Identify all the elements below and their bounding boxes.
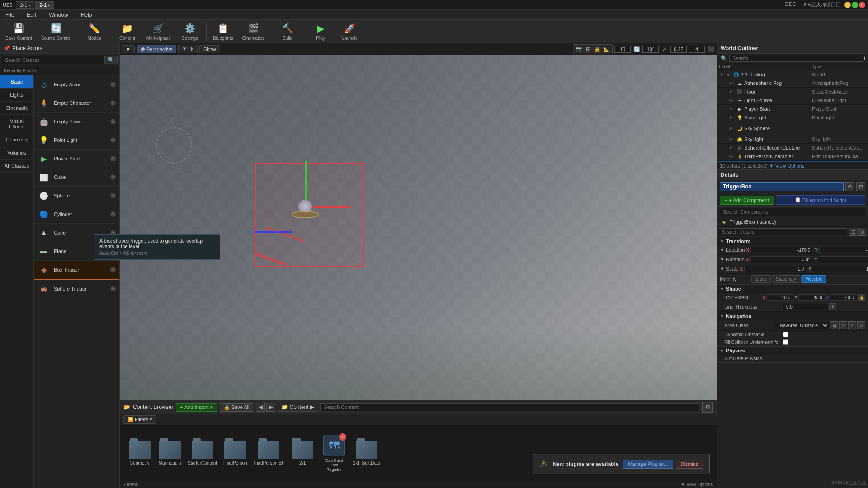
show-btn[interactable]: Show (199, 45, 220, 53)
component-search-input[interactable] (720, 208, 865, 216)
wo-visibility-reflect[interactable]: 👁 (728, 145, 734, 151)
view-options-button[interactable]: ▼ View Options (769, 163, 805, 169)
mobility-static-btn[interactable]: Static (751, 275, 771, 283)
wo-item-atmo-fog[interactable]: 👁 ☁ Atmospheric Fog AtmosphericFog (717, 79, 868, 88)
cinematics-button[interactable]: 🎬 Cinematics (239, 20, 268, 42)
lit-btn[interactable]: ☀ Lit (178, 45, 198, 53)
wo-item-sky-light[interactable]: 👁 🌟 SkyLight SkyLight (717, 135, 868, 144)
mobility-movable-btn[interactable]: Movable (801, 275, 826, 283)
blueprint-add-script-button[interactable]: 📋 Blueprint/Add Script (776, 195, 865, 205)
scale-snap-icon[interactable]: ⤢ (660, 45, 669, 53)
play-button[interactable]: ▶ Play (307, 20, 334, 42)
cb-forward-button[interactable]: ▶ (266, 403, 275, 412)
actor-item-player-start[interactable]: ▶ Player Start ? (34, 150, 119, 168)
menu-edit[interactable]: Edit (24, 11, 39, 19)
cat-volumes[interactable]: Volumes (0, 146, 33, 160)
viewport-tool-grid[interactable]: ⊞ (584, 45, 592, 53)
wo-visibility-floor[interactable]: 👁 (728, 89, 734, 95)
tab-1[interactable]: 2-1 • (16, 1, 34, 9)
wo-visibility-pointlight[interactable]: 👁 (728, 114, 734, 121)
actor-settings-btn[interactable]: ⚙ (845, 182, 854, 191)
wo-visibility-light[interactable]: 👁 (728, 97, 734, 103)
actor-info-sphere-trigger[interactable]: ? (110, 286, 116, 291)
wo-item-editor[interactable]: 👁 ▼ 🌐 2-1 (Editor) World (717, 70, 868, 79)
actor-info-empty-actor[interactable]: ? (110, 82, 116, 87)
wo-col-type[interactable]: Type (812, 64, 866, 69)
source-control-button[interactable]: 🔄 Source Control (38, 20, 75, 42)
folder-geometry[interactable]: Geometry (127, 441, 152, 465)
manage-plugins-button[interactable]: Manage Plugins... (623, 460, 673, 469)
wo-search-input[interactable] (729, 55, 863, 62)
add-import-button[interactable]: + Add/Import ▾ (176, 403, 217, 412)
search-button[interactable]: 🔍 (105, 56, 118, 64)
actor-info-box-trigger[interactable]: ? (110, 267, 116, 272)
actor-item-empty-pawn[interactable]: 🤖 Empty Pawn ? (34, 113, 119, 131)
rot-snap-value[interactable]: 10° (642, 46, 659, 53)
actor-name-input[interactable] (720, 182, 844, 191)
add-component-button[interactable]: + + Add Component (720, 196, 774, 205)
cat-lights[interactable]: Lights (0, 89, 33, 102)
wo-visibility-player[interactable]: 👁 (728, 106, 734, 112)
actor-item-sphere-trigger[interactable]: ◉ Sphere Trigger ? (34, 280, 119, 298)
wo-visibility-sky[interactable]: 👁 (728, 125, 734, 131)
menu-help[interactable]: Help (78, 11, 95, 19)
folder-third-person-bp[interactable]: ThirdPerson BP (253, 441, 285, 465)
area-class-select[interactable]: NavArea_Obstacle... (775, 322, 829, 329)
line-thickness-input[interactable] (783, 304, 828, 310)
save-current-button[interactable]: 💾 Save Current (2, 20, 36, 42)
minimize-button[interactable]: _ (844, 2, 851, 8)
scale-x-input[interactable] (744, 266, 806, 272)
close-button[interactable]: × (859, 2, 865, 8)
actor-info-cube[interactable]: ? (110, 174, 116, 180)
wo-item-point-light[interactable]: 👁 💡 PointLight PointLight (717, 113, 868, 122)
viewport-dropdown-btn[interactable]: ▼ (122, 45, 135, 53)
viewport-tool-camera[interactable]: 📷 (575, 45, 583, 53)
navigation-section-header[interactable]: ▼ Navigation (717, 312, 868, 320)
launch-button[interactable]: 🚀 Launch (336, 20, 363, 42)
trigger-box-instance-item[interactable]: ◈ TriggerBox(Instance) (717, 217, 868, 227)
mobility-stationary-btn[interactable]: Stationary (772, 275, 800, 283)
filters-button[interactable]: 🔽 Filters ▾ (123, 415, 156, 424)
tab-2[interactable]: 2-1 • (35, 1, 54, 9)
menu-window[interactable]: Window (46, 11, 71, 19)
rot-snap-icon[interactable]: 🔄 (632, 45, 641, 53)
viewport-tool-measure[interactable]: 📐 (602, 45, 610, 53)
actor-item-cube[interactable]: ⬜ Cube ? (34, 168, 119, 187)
maximize-button[interactable]: □ (852, 2, 858, 8)
rotation-y-input[interactable] (819, 256, 868, 263)
actor-info-point-light[interactable]: ? (110, 137, 116, 143)
grid-snap-value[interactable]: 10 (614, 46, 631, 53)
box-extent-x-input[interactable] (766, 294, 793, 301)
maximize-viewport-icon[interactable]: ⬛ (707, 45, 715, 53)
folder-2-1-builtdata[interactable]: 2-1_BuiltData (353, 441, 381, 465)
box-extent-lock[interactable]: 🔒 (858, 294, 865, 301)
cat-all[interactable]: All Classes (0, 160, 33, 173)
details-view-grid[interactable]: ⊞ (858, 228, 866, 236)
wo-visibility-atmo[interactable]: 👁 (728, 80, 734, 86)
actor-expand-btn[interactable]: ⊞ (856, 182, 865, 191)
wo-visibility-editor[interactable]: 👁 (719, 71, 725, 78)
actor-item-empty-character[interactable]: 🧍 Empty Character ? (34, 94, 119, 113)
line-thickness-arrow[interactable]: ▼ (829, 303, 836, 310)
wo-expand-editor[interactable]: ▼ (726, 72, 731, 77)
view-options-btn[interactable]: ▼ View Options (681, 482, 713, 487)
area-class-use-btn[interactable]: ⊙ (839, 321, 847, 329)
folder-third-person[interactable]: ThirdPerson (222, 441, 247, 465)
blueprints-button[interactable]: 📋 Blueprints (209, 20, 236, 42)
wo-item-third-person[interactable]: 👁 🧍 ThirdPersonCharacter Edit ThirdPerso… (717, 152, 868, 161)
wo-search-button[interactable]: + (863, 55, 866, 61)
viewport-canvas[interactable] (120, 55, 717, 400)
settings-button[interactable]: ⚙️ Settings (176, 20, 203, 42)
search-content-input[interactable] (320, 403, 699, 411)
scale-y-input[interactable] (813, 266, 868, 272)
save-all-button[interactable]: 🔒 Save All (220, 403, 254, 412)
actor-item-empty-actor[interactable]: ◇ Empty Actor ? (34, 75, 119, 94)
marketplace-button[interactable]: 🛒 Marketplace (143, 20, 175, 42)
cat-basic[interactable]: Basic (0, 75, 33, 89)
wo-visibility-skylight[interactable]: 👁 (728, 136, 734, 142)
rotation-x-input[interactable] (750, 256, 812, 263)
build-button[interactable]: 🔨 Build (274, 20, 301, 42)
actor-item-box-trigger[interactable]: ◈ Box Trigger ? (34, 261, 119, 280)
actor-info-sphere[interactable]: ? (110, 193, 116, 198)
cb-settings-button[interactable]: ⚙ (702, 402, 713, 413)
